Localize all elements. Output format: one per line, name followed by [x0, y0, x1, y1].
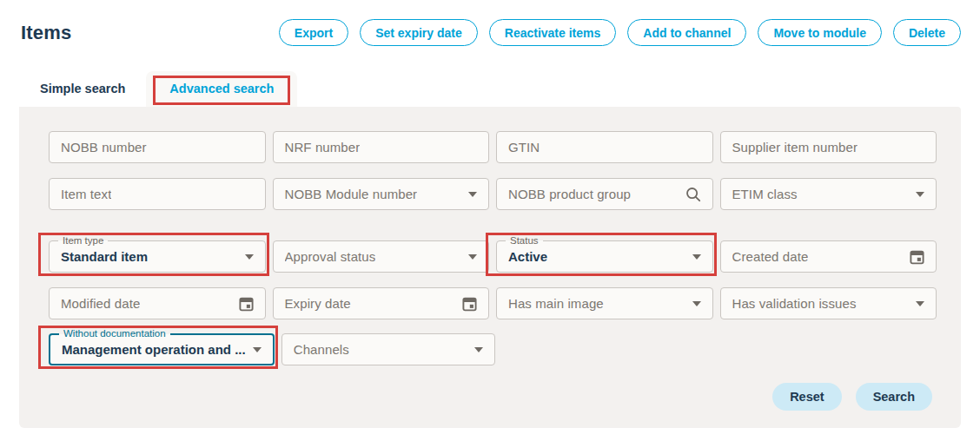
field-nobb-product-group[interactable]: NOBB product group: [496, 178, 713, 210]
field-created-date[interactable]: Created date: [720, 240, 937, 273]
calendar-icon-button[interactable]: [910, 249, 924, 265]
move-to-module-button[interactable]: Move to module: [758, 19, 882, 46]
tab-simple-search[interactable]: Simple search: [19, 71, 146, 107]
field-placeholder: NRF number: [285, 140, 361, 155]
field-nrf-number[interactable]: NRF number: [273, 131, 490, 163]
field-nobb-module-number[interactable]: NOBB Module number: [273, 178, 490, 210]
search-form: NOBB numberNRF numberGTINSupplier item n…: [49, 131, 937, 365]
form-cell: Item typeStandard item: [49, 240, 266, 273]
form-cell: Modified date: [49, 287, 266, 319]
field-gtin[interactable]: GTIN: [496, 131, 713, 163]
advanced-search-panel: NOBB numberNRF numberGTINSupplier item n…: [19, 107, 961, 428]
field-supplier-item-number[interactable]: Supplier item number: [720, 131, 937, 163]
form-cell: GTIN: [496, 131, 713, 163]
form-cell: NOBB number: [49, 131, 266, 163]
field-placeholder: Has main image: [508, 296, 604, 311]
export-button[interactable]: Export: [279, 19, 348, 46]
field-placeholder: NOBB product group: [508, 187, 631, 201]
tab-bar: Simple searchAdvanced search: [19, 71, 980, 107]
form-cell: Item text: [49, 178, 266, 210]
page-header: Items ExportSet expiry dateReactivate it…: [0, 0, 980, 46]
field-placeholder: Supplier item number: [732, 140, 858, 155]
field-placeholder: NOBB Module number: [285, 187, 418, 201]
field-approval-status[interactable]: Approval status: [273, 240, 490, 273]
tab-advanced-search[interactable]: Advanced search: [146, 71, 297, 107]
field-value: Standard item: [61, 249, 148, 264]
form-cell: Has validation issues: [720, 287, 937, 319]
form-cell: Expiry date: [273, 287, 490, 319]
form-cell: NOBB product group: [496, 178, 713, 210]
field-placeholder: Channels: [294, 342, 349, 357]
field-label: Status: [506, 234, 543, 247]
calendar-icon-button[interactable]: [462, 296, 477, 312]
form-cell: Without documentationManagement operatio…: [49, 333, 275, 365]
form-cell: Has main image: [496, 287, 713, 319]
form-cell: NRF number: [273, 131, 490, 163]
search-icon: [685, 187, 701, 202]
reset-button[interactable]: Reset: [772, 383, 842, 411]
field-modified-date[interactable]: Modified date: [49, 287, 266, 319]
form-row: Item typeStandard itemApproval statusSta…: [49, 240, 937, 273]
chevron-down-icon: [916, 301, 924, 306]
form-cell: Created date: [720, 240, 937, 273]
calendar-icon: [239, 296, 254, 312]
form-cell: Channels: [281, 333, 495, 365]
chevron-down-icon: [692, 301, 701, 306]
tab-label: Advanced search: [169, 82, 274, 95]
field-item-type[interactable]: Item typeStandard item: [49, 240, 266, 273]
chevron-down-icon: [468, 254, 477, 260]
toolbar: ExportSet expiry dateReactivate itemsAdd…: [279, 19, 961, 46]
field-placeholder: Item text: [61, 187, 111, 201]
field-placeholder: ETIM class: [732, 187, 798, 201]
chevron-down-icon: [474, 347, 483, 352]
field-status[interactable]: StatusActive: [496, 240, 713, 273]
form-cell: NOBB Module number: [273, 178, 490, 210]
field-item-text[interactable]: Item text: [49, 178, 266, 210]
field-placeholder: Expiry date: [285, 296, 351, 311]
field-has-main-image[interactable]: Has main image: [496, 287, 713, 319]
field-has-validation-issues[interactable]: Has validation issues: [720, 287, 937, 319]
field-without-documentation[interactable]: Without documentationManagement operatio…: [49, 333, 275, 365]
field-label: Without documentation: [59, 327, 170, 340]
page-title: Items: [21, 22, 71, 44]
chevron-down-icon: [916, 192, 924, 197]
chevron-down-icon: [692, 254, 701, 260]
field-expiry-date[interactable]: Expiry date: [273, 287, 490, 319]
calendar-icon: [462, 296, 477, 312]
panel-actions: Reset Search: [49, 383, 937, 411]
field-placeholder: Created date: [732, 249, 809, 264]
chevron-down-icon: [468, 192, 477, 197]
form-row: NOBB numberNRF numberGTINSupplier item n…: [49, 131, 937, 163]
delete-button[interactable]: Delete: [893, 19, 961, 46]
field-etim-class[interactable]: ETIM class: [720, 178, 937, 210]
field-placeholder: Modified date: [61, 296, 140, 311]
form-cell: StatusActive: [496, 240, 713, 273]
tab-label: Simple search: [40, 82, 125, 95]
field-placeholder: NOBB number: [61, 140, 147, 155]
form-row: Item textNOBB Module numberNOBB product …: [49, 178, 937, 210]
field-placeholder: Has validation issues: [732, 296, 857, 311]
field-nobb-number[interactable]: NOBB number: [49, 131, 266, 163]
form-cell: Approval status: [273, 240, 490, 273]
form-cell: Supplier item number: [720, 131, 937, 163]
form-row: Without documentationManagement operatio…: [49, 333, 937, 365]
chevron-down-icon: [245, 254, 254, 260]
search-icon-button[interactable]: [685, 187, 701, 202]
chevron-down-icon: [253, 347, 262, 352]
field-placeholder: Approval status: [285, 249, 376, 264]
field-placeholder: GTIN: [508, 140, 540, 155]
set-expiry-date-button[interactable]: Set expiry date: [360, 19, 478, 46]
form-cell: ETIM class: [720, 178, 937, 210]
field-label: Item type: [58, 234, 108, 247]
form-row: Modified dateExpiry dateHas main imageHa…: [49, 287, 937, 319]
reactivate-items-button[interactable]: Reactivate items: [489, 19, 617, 46]
field-value: Active: [508, 249, 547, 264]
add-to-channel-button[interactable]: Add to channel: [627, 19, 746, 46]
field-value: Management operation and ...: [62, 342, 246, 357]
search-button[interactable]: Search: [856, 383, 932, 411]
calendar-icon: [910, 249, 924, 265]
field-channels[interactable]: Channels: [281, 333, 495, 365]
calendar-icon-button[interactable]: [239, 296, 254, 312]
